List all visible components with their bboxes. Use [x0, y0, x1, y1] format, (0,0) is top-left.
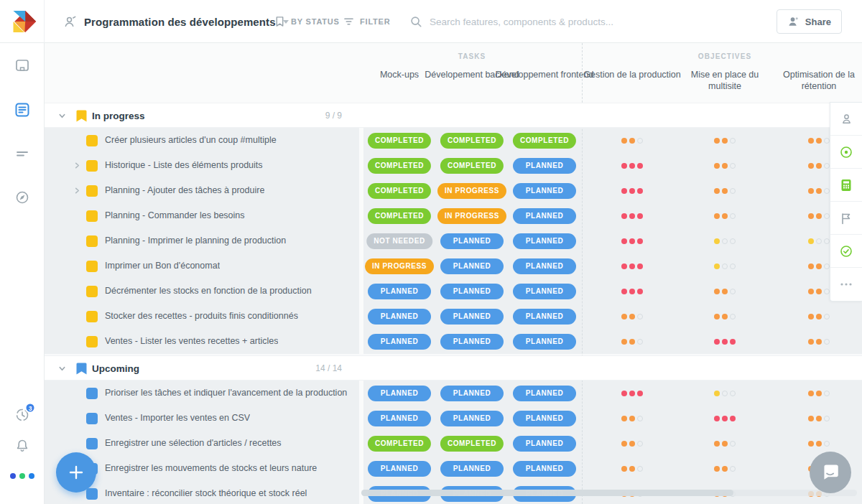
- status-badge[interactable]: PLANNED: [513, 386, 576, 401]
- task-column-header[interactable]: Développement frontend: [494, 69, 595, 80]
- status-badge[interactable]: COMPLETED: [440, 436, 504, 452]
- status-badge[interactable]: COMPLETED: [368, 158, 431, 174]
- objective-dots[interactable]: [714, 289, 736, 294]
- objective-dots[interactable]: [808, 163, 830, 169]
- objective-column-header[interactable]: Optimisation de la rétention: [769, 69, 862, 92]
- chevron-right-icon[interactable]: [74, 187, 80, 194]
- objective-dots[interactable]: [808, 314, 830, 319]
- objective-dots[interactable]: [808, 339, 830, 345]
- objective-dots[interactable]: [621, 416, 643, 421]
- objective-dots[interactable]: [621, 188, 643, 194]
- status-badge[interactable]: PLANNED: [513, 411, 576, 426]
- objective-dots[interactable]: [621, 213, 643, 219]
- objective-dots[interactable]: [808, 213, 830, 219]
- status-badge[interactable]: PLANNED: [513, 334, 576, 350]
- objective-dots[interactable]: [808, 441, 830, 447]
- feature-row[interactable]: Enregistrer les mouvements de stocks et …: [45, 456, 862, 481]
- status-badge[interactable]: PLANNED: [368, 411, 431, 426]
- section-header-upcoming[interactable]: Upcoming14 / 14: [45, 355, 862, 381]
- objective-dots[interactable]: [621, 391, 643, 396]
- feature-row[interactable]: Prioriser les tâches et indiquer l'avanc…: [45, 381, 862, 406]
- objective-dots[interactable]: [808, 188, 830, 194]
- objective-dots[interactable]: [714, 339, 736, 345]
- status-badge[interactable]: PLANNED: [440, 258, 504, 274]
- search-input[interactable]: [430, 17, 645, 27]
- sidebar-item-board[interactable]: [15, 58, 30, 73]
- sidebar-item-list[interactable]: [15, 146, 29, 161]
- app-logo[interactable]: [0, 0, 45, 43]
- tool-more-button[interactable]: [830, 268, 862, 301]
- status-badge[interactable]: IN PROGRESS: [365, 258, 434, 274]
- objective-dots[interactable]: [621, 138, 643, 144]
- status-badge[interactable]: PLANNED: [368, 334, 431, 350]
- objective-dots[interactable]: [714, 314, 736, 319]
- status-badge[interactable]: PLANNED: [440, 309, 504, 325]
- sidebar-item-notifications[interactable]: [15, 439, 29, 454]
- status-badge[interactable]: IN PROGRESS: [437, 208, 506, 224]
- status-badge[interactable]: PLANNED: [513, 436, 576, 452]
- objective-dots[interactable]: [808, 289, 830, 294]
- status-badge[interactable]: PLANNED: [368, 461, 431, 477]
- objective-dots[interactable]: [714, 263, 736, 269]
- status-badge[interactable]: COMPLETED: [513, 133, 576, 149]
- horizontal-scrollbar-thumb[interactable]: [361, 490, 733, 496]
- status-badge[interactable]: PLANNED: [368, 386, 431, 401]
- sidebar-item-roadmap-active[interactable]: [14, 102, 30, 118]
- objective-dots[interactable]: [808, 416, 830, 421]
- status-badge[interactable]: PLANNED: [513, 284, 576, 299]
- status-badge[interactable]: PLANNED: [440, 461, 504, 477]
- status-badge[interactable]: PLANNED: [513, 208, 576, 224]
- objective-dots[interactable]: [808, 138, 830, 144]
- objective-dots[interactable]: [714, 466, 736, 472]
- objective-dots[interactable]: [714, 213, 736, 219]
- status-badge[interactable]: COMPLETED: [368, 208, 431, 224]
- sidebar-item-history[interactable]: 3: [15, 408, 30, 423]
- tool-status-button[interactable]: [830, 235, 862, 268]
- objective-column-header[interactable]: Mise en place du multisite: [675, 69, 775, 92]
- filter-button[interactable]: FILTER: [343, 0, 390, 43]
- chevron-right-icon[interactable]: [74, 162, 80, 169]
- status-badge[interactable]: PLANNED: [440, 284, 504, 299]
- feature-row[interactable]: Créer plusieurs articles d'un coup #mult…: [45, 128, 862, 153]
- objective-dots[interactable]: [714, 163, 736, 169]
- status-badge[interactable]: PLANNED: [440, 334, 504, 350]
- by-status-button[interactable]: BY STATUS: [274, 0, 340, 43]
- objective-dots[interactable]: [714, 188, 736, 194]
- tool-milestones-button[interactable]: [830, 202, 862, 235]
- objective-dots[interactable]: [714, 238, 736, 244]
- feature-row[interactable]: Stocker des recettes - produits finis co…: [45, 304, 862, 329]
- objective-dots[interactable]: [808, 391, 830, 396]
- chevron-down-icon[interactable]: [59, 113, 65, 119]
- tool-scoring-button[interactable]: [830, 169, 862, 202]
- objective-dots[interactable]: [714, 391, 736, 396]
- objective-dots[interactable]: [621, 163, 643, 169]
- feature-row[interactable]: Ventes - Importer les ventes en CSVPLANN…: [45, 406, 862, 431]
- feature-row[interactable]: Ventes - Lister les ventes recettes + ar…: [45, 329, 862, 354]
- objective-dots[interactable]: [621, 314, 643, 319]
- objective-dots[interactable]: [621, 441, 643, 447]
- objective-dots[interactable]: [621, 289, 643, 294]
- tool-assignee-button[interactable]: [830, 103, 862, 136]
- status-badge[interactable]: PLANNED: [440, 233, 504, 249]
- status-badge[interactable]: PLANNED: [513, 158, 576, 174]
- feature-row[interactable]: Planning - Imprimer le planning de produ…: [45, 228, 862, 253]
- status-badge[interactable]: COMPLETED: [368, 436, 431, 452]
- status-badge[interactable]: PLANNED: [513, 461, 576, 477]
- workspace-switcher-dots[interactable]: [10, 473, 34, 479]
- status-badge[interactable]: PLANNED: [440, 386, 504, 401]
- status-badge[interactable]: COMPLETED: [440, 158, 504, 174]
- status-badge[interactable]: PLANNED: [440, 411, 504, 426]
- status-badge[interactable]: PLANNED: [513, 309, 576, 325]
- status-badge[interactable]: COMPLETED: [368, 183, 431, 199]
- objective-column-header[interactable]: Gestion de la production: [582, 69, 682, 80]
- objective-dots[interactable]: [808, 238, 830, 244]
- objective-dots[interactable]: [714, 138, 736, 144]
- feature-row[interactable]: Décrémenter les stocks en fonction de la…: [45, 279, 862, 304]
- feature-row[interactable]: Planning - Commander les besoinsCOMPLETE…: [45, 203, 862, 228]
- share-button[interactable]: Share: [777, 9, 842, 34]
- objective-dots[interactable]: [621, 339, 643, 345]
- section-header-in-progress[interactable]: In progress9 / 9: [45, 103, 862, 128]
- status-badge[interactable]: PLANNED: [513, 258, 576, 274]
- status-badge[interactable]: PLANNED: [513, 183, 576, 199]
- objective-dots[interactable]: [621, 263, 643, 269]
